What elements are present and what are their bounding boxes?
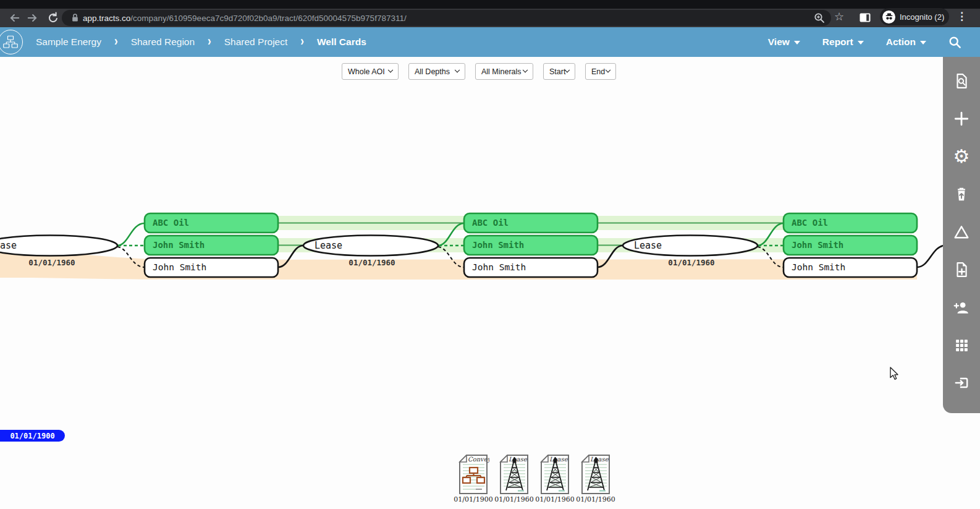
trash-restore-button[interactable]	[950, 183, 973, 205]
lease-document[interactable]: Lease 01/01/1960	[539, 455, 571, 503]
conveyance-document-icon: Convey	[457, 455, 489, 494]
document-add-icon	[953, 262, 969, 278]
svg-text:ABC Oil: ABC Oil	[153, 218, 189, 228]
lease-date: 01/01/1960	[348, 258, 395, 267]
lease-document[interactable]: Lease 01/01/1960	[498, 455, 530, 503]
svg-text:Lease: Lease	[590, 456, 609, 463]
document-date: 01/01/1960	[576, 495, 615, 503]
well-card[interactable]: John Smith	[145, 258, 278, 277]
grid-icon	[954, 338, 969, 353]
well-card[interactable]: John Smith	[464, 258, 598, 277]
exit-icon	[953, 375, 969, 391]
document-row: Convey 01/01/1900 Lease	[457, 455, 612, 503]
settings-button[interactable]: ⚙	[950, 145, 973, 167]
lease-document-icon: Lease	[580, 455, 612, 494]
well-card[interactable]: John Smith	[145, 236, 278, 255]
app-window: app.tracts.co/company/610959eeca7c9d720f…	[0, 0, 980, 509]
ownership-flow-diagram: Lease Lease Lease 01/01/1960 01/01/1960 …	[0, 0, 980, 509]
svg-text:John Smith: John Smith	[792, 262, 845, 272]
document-date: 01/01/1900	[454, 495, 492, 503]
trash-restore-icon	[953, 186, 969, 202]
document-date: 01/01/1960	[535, 495, 574, 503]
add-document-button[interactable]	[950, 259, 973, 281]
person-add-icon	[953, 299, 969, 315]
triangle-tool-button[interactable]	[950, 221, 973, 243]
well-card[interactable]: John Smith	[784, 258, 917, 277]
lease-label: Lease	[315, 240, 342, 251]
triangle-icon	[953, 224, 969, 240]
svg-text:John Smith: John Smith	[472, 240, 524, 250]
svg-text:John Smith: John Smith	[472, 262, 526, 272]
svg-text:ABC Oil: ABC Oil	[472, 218, 509, 228]
svg-text:Lease: Lease	[509, 456, 528, 463]
lease-node[interactable]: Lease	[0, 236, 117, 256]
lease-date: 01/01/1960	[28, 258, 75, 267]
well-card[interactable]: John Smith	[784, 236, 917, 255]
well-card[interactable]: ABC Oil	[784, 213, 917, 233]
lease-date: 01/01/1960	[668, 258, 714, 267]
svg-text:John Smith: John Smith	[153, 240, 205, 250]
surface-ribbon	[0, 250, 917, 280]
svg-text:Convey: Convey	[468, 456, 489, 463]
document-search-button[interactable]	[950, 70, 973, 92]
lease-document[interactable]: Lease 01/01/1960	[580, 455, 612, 503]
plus-icon	[953, 111, 969, 127]
add-person-button[interactable]	[950, 296, 973, 319]
well-card[interactable]: ABC Oil	[464, 213, 598, 233]
lease-label: Lease	[634, 240, 662, 251]
lease-node[interactable]: Lease	[303, 236, 438, 256]
well-card[interactable]: John Smith	[464, 236, 598, 255]
add-button[interactable]	[950, 108, 973, 130]
document-search-icon	[953, 73, 969, 89]
lease-label: Lease	[0, 240, 17, 251]
lease-document-icon: Lease	[539, 455, 571, 494]
document-date: 01/01/1960	[494, 495, 533, 503]
svg-text:ABC Oil: ABC Oil	[792, 218, 828, 228]
exit-button[interactable]	[950, 372, 973, 394]
well-card[interactable]: ABC Oil	[145, 213, 278, 233]
gear-icon: ⚙	[953, 145, 970, 167]
mouse-cursor	[890, 367, 900, 380]
svg-text:John Smith: John Smith	[792, 240, 843, 250]
conveyance-document[interactable]: Convey 01/01/1900	[457, 455, 489, 503]
lease-node[interactable]: Lease	[623, 236, 758, 256]
lease-document-icon: Lease	[498, 455, 530, 494]
timeline-start-badge: 01/01/1900	[0, 430, 65, 442]
svg-text:Lease: Lease	[549, 456, 568, 463]
svg-text:John Smith: John Smith	[153, 262, 206, 272]
grid-view-button[interactable]	[950, 334, 973, 356]
